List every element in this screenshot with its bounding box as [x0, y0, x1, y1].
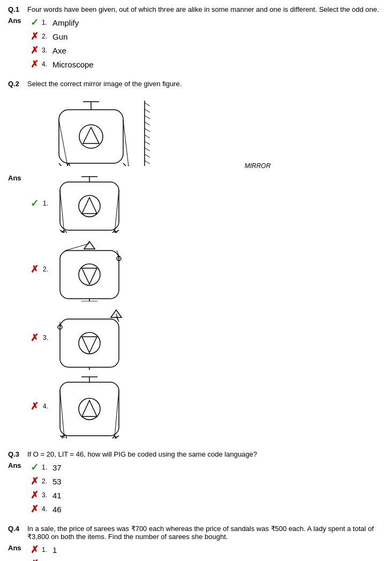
q4-answer-1: ✗ 1. 1 — [31, 544, 57, 556]
check-icon-1: ✓ — [31, 17, 39, 28]
q2-ans-label: Ans — [8, 174, 23, 182]
q1-ans-text-3: Axe — [52, 46, 66, 55]
svg-line-32 — [60, 190, 64, 233]
svg-point-37 — [79, 264, 100, 285]
q3-label: Q.3 — [8, 450, 23, 458]
cross-icon-q4-2: ✗ — [31, 558, 39, 561]
q1-answer-4: ✗ 4. Microscope — [31, 58, 94, 70]
q2-answer-1: ✓ 1. — [31, 174, 124, 233]
q3-ans-label: Ans — [8, 461, 23, 469]
q4-answers: ✗ 1. 1 ✗ 2. 3 ✓ 3. 4 ✗ 4. 2 — [31, 544, 57, 561]
svg-marker-59 — [82, 400, 97, 416]
q1-ans-num-2: 2. — [42, 33, 49, 40]
svg-line-11 — [123, 120, 129, 166]
q4-ans-label: Ans — [8, 544, 23, 552]
q1-ans-text-2: Gun — [52, 32, 67, 41]
svg-line-21 — [145, 154, 150, 157]
q4-label: Q.4 — [8, 525, 23, 541]
q2-answer-2: ✗ 2. — [31, 237, 124, 301]
q1-ans-num-3: 3. — [42, 47, 49, 54]
q1-answer-3: ✗ 3. Axe — [31, 44, 94, 56]
question-1: Q.1 Four words have been given, out of w… — [8, 5, 384, 72]
q3-answer-1: ✓ 1. 37 — [31, 461, 62, 473]
svg-marker-50 — [82, 337, 97, 353]
svg-line-17 — [145, 128, 150, 132]
cross-icon-4: ✗ — [31, 58, 39, 70]
svg-line-44 — [60, 251, 65, 256]
q4-ans-text-2: 3 — [52, 559, 57, 562]
q3-text: If O = 20, LIT = 46, how will PIG be cod… — [27, 450, 384, 458]
q3-answers: ✓ 1. 37 ✗ 2. 53 ✗ 3. 41 ✗ 4. 46 — [31, 461, 62, 517]
q1-answers: ✓ 1. Amplify ✗ 2. Gun ✗ 3. Axe ✗ 4. Micr… — [31, 17, 94, 72]
svg-line-19 — [145, 141, 150, 145]
q1-text: Four words have been given, out of which… — [27, 5, 384, 13]
q2-ans-num-2: 2. — [43, 266, 50, 273]
q3-answer-2: ✗ 2. 53 — [31, 475, 62, 487]
q1-ans-text-1: Amplify — [52, 18, 79, 27]
cross-icon-q3-2: ✗ — [31, 475, 39, 487]
q4-text: In a sale, the price of sarees was ₹700 … — [27, 525, 384, 541]
svg-marker-25 — [82, 198, 97, 214]
q1-ans-num-1: 1. — [42, 19, 49, 26]
check-icon-q3-1: ✓ — [31, 461, 39, 473]
cross-icon-q4-1: ✗ — [31, 544, 39, 556]
q2-ans-num-4: 4. — [43, 403, 50, 410]
svg-line-15 — [145, 116, 150, 119]
svg-line-13 — [145, 103, 150, 106]
mirror-fig-4-svg — [55, 374, 124, 438]
check-icon-q2-1: ✓ — [31, 198, 39, 209]
q1-ans-num-4: 4. — [42, 60, 49, 68]
cross-icon-q2-3: ✗ — [31, 332, 39, 344]
cross-icon-2: ✗ — [31, 31, 39, 42]
question-4: Q.4 In a sale, the price of sarees was ₹… — [8, 525, 384, 561]
svg-rect-23 — [60, 182, 119, 230]
q2-text: Select the correct mirror image of the g… — [27, 80, 384, 88]
q4-ans-num-1: 1. — [42, 546, 49, 554]
mirror-fig-1-svg — [55, 174, 124, 233]
q3-ans-text-1: 37 — [52, 463, 62, 472]
svg-marker-38 — [82, 268, 97, 284]
q2-answer-3: ✗ 3. — [31, 306, 124, 370]
svg-line-18 — [145, 135, 150, 138]
cross-icon-q3-3: ✗ — [31, 489, 39, 501]
q2-ans-num-1: 1. — [43, 200, 50, 207]
mirror-label: MIRROR — [131, 162, 384, 170]
q4-answer-2: ✗ 2. 3 — [31, 558, 57, 561]
q1-label: Q.1 — [8, 5, 23, 13]
q3-ans-text-4: 46 — [52, 505, 62, 514]
svg-rect-36 — [60, 251, 119, 299]
q1-answer-2: ✗ 2. Gun — [31, 31, 94, 42]
mirror-fig-2-svg — [55, 237, 124, 301]
q3-answer-3: ✗ 3. 41 — [31, 489, 62, 501]
original-figure-svg — [29, 91, 158, 166]
svg-point-49 — [79, 332, 100, 354]
mirror-fig-3-svg — [55, 306, 124, 370]
svg-marker-2 — [83, 127, 99, 143]
q3-ans-num-1: 1. — [42, 464, 49, 471]
q3-ans-num-2: 2. — [42, 477, 49, 485]
cross-icon-q2-4: ✗ — [31, 400, 39, 412]
q4-ans-text-1: 1 — [52, 545, 57, 555]
svg-line-16 — [145, 122, 150, 125]
q1-ans-text-4: Microscope — [52, 60, 94, 69]
svg-rect-48 — [60, 319, 119, 367]
svg-line-9 — [123, 163, 129, 166]
question-3: Q.3 If O = 20, LIT = 46, how will PIG be… — [8, 450, 384, 517]
q1-ans-label: Ans — [8, 17, 23, 25]
q2-answer-4: ✗ 4. — [31, 374, 124, 438]
q1-answer-1: ✓ 1. Amplify — [31, 17, 94, 28]
svg-line-14 — [145, 109, 150, 112]
cross-icon-3: ✗ — [31, 44, 39, 56]
svg-line-33 — [115, 190, 119, 233]
svg-rect-0 — [59, 110, 123, 163]
svg-line-8 — [59, 163, 66, 166]
question-2: Q.2 Select the correct mirror image of t… — [8, 80, 384, 443]
q3-answer-4: ✗ 4. 46 — [31, 503, 62, 515]
svg-marker-34 — [84, 241, 95, 249]
svg-rect-57 — [60, 382, 119, 436]
q3-ans-num-4: 4. — [42, 505, 49, 513]
svg-line-22 — [145, 161, 150, 164]
q2-original-figure: MIRROR — [29, 91, 384, 170]
q2-label: Q.2 — [8, 80, 23, 88]
q3-ans-num-3: 3. — [42, 491, 49, 499]
